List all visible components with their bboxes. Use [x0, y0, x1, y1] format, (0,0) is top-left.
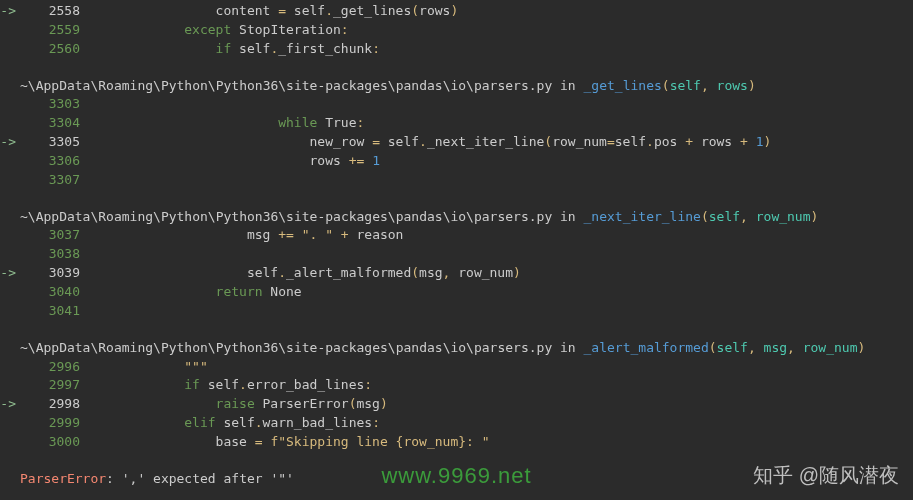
code-line: -> 2998 raise ParserError(msg) — [0, 395, 913, 414]
code-line: 2999 elif self.warn_bad_lines: — [0, 414, 913, 433]
line-number: 2558 — [16, 2, 80, 21]
line-number: 3303 — [16, 95, 80, 114]
code-line: 3038 — [0, 245, 913, 264]
line-number: 3306 — [16, 152, 80, 171]
line-number: 3040 — [16, 283, 80, 302]
line-number: 3041 — [16, 302, 80, 321]
frame-header: ~\AppData\Roaming\Python\Python36\site-p… — [0, 208, 913, 227]
frame-header: ~\AppData\Roaming\Python\Python36\site-p… — [0, 339, 913, 358]
line-number: 3304 — [16, 114, 80, 133]
code-line: 3041 — [0, 302, 913, 321]
watermark-url: www.9969.net — [381, 460, 531, 492]
frame-func: _next_iter_line — [584, 209, 701, 224]
line-number: 2559 — [16, 21, 80, 40]
code-line: -> 3305 new_row = self._next_iter_line(r… — [0, 133, 913, 152]
traceback-container: -> 2558 content = self._get_lines(rows) … — [0, 0, 913, 491]
frame-path: ~\AppData\Roaming\Python\Python36\site-p… — [20, 340, 552, 355]
frame-header: ~\AppData\Roaming\Python\Python36\site-p… — [0, 77, 913, 96]
line-number: 2560 — [16, 40, 80, 59]
code-line: 2560 if self._first_chunk: — [0, 40, 913, 59]
arrow-indicator: -> — [0, 395, 16, 414]
code-line: 3037 msg += ". " + reason — [0, 226, 913, 245]
frame-path: ~\AppData\Roaming\Python\Python36\site-p… — [20, 209, 552, 224]
code-line: 3306 rows += 1 — [0, 152, 913, 171]
line-number: 2997 — [16, 376, 80, 395]
error-name: ParserError — [20, 471, 106, 486]
watermark-zhihu: 知乎 @随风潜夜 — [753, 461, 899, 490]
line-number: 2998 — [16, 395, 80, 414]
arrow-indicator: -> — [0, 133, 16, 152]
code-line: 3040 return None — [0, 283, 913, 302]
line-number: 3037 — [16, 226, 80, 245]
line-number: 2999 — [16, 414, 80, 433]
code-line: -> 3039 self._alert_malformed(msg, row_n… — [0, 264, 913, 283]
code-line: 2559 except StopIteration: — [0, 21, 913, 40]
frame-path: ~\AppData\Roaming\Python\Python36\site-p… — [20, 78, 552, 93]
error-message: : ',' expected after '"' — [106, 471, 294, 486]
line-number: 2996 — [16, 358, 80, 377]
line-number: 3305 — [16, 133, 80, 152]
arrow-indicator: -> — [0, 264, 16, 283]
code-line: -> 2558 content = self._get_lines(rows) — [0, 2, 913, 21]
frame-func: _alert_malformed — [584, 340, 709, 355]
code-line: 3307 — [0, 171, 913, 190]
code-line: 3000 base = f"Skipping line {row_num}: " — [0, 433, 913, 452]
line-number: 3000 — [16, 433, 80, 452]
code-line: 2996 """ — [0, 358, 913, 377]
code-line: 3304 while True: — [0, 114, 913, 133]
line-number: 3039 — [16, 264, 80, 283]
arrow-indicator: -> — [0, 2, 16, 21]
frame-func: _get_lines — [584, 78, 662, 93]
line-number: 3307 — [16, 171, 80, 190]
code-line: 2997 if self.error_bad_lines: — [0, 376, 913, 395]
code-line: 3303 — [0, 95, 913, 114]
line-number: 3038 — [16, 245, 80, 264]
